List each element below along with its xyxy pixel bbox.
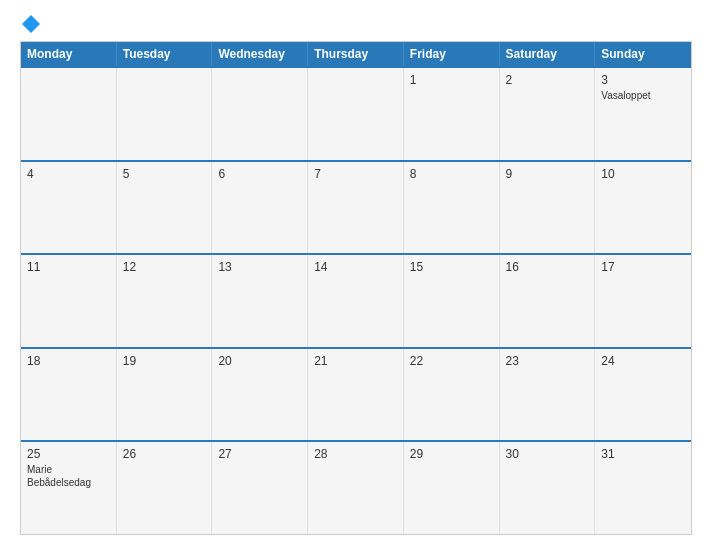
day-number: 11 [27, 260, 110, 274]
calendar-cell: 3Vasaloppet [595, 68, 691, 160]
calendar-cell: 6 [212, 162, 308, 254]
calendar-cell: 1 [404, 68, 500, 160]
day-number: 18 [27, 354, 110, 368]
calendar-cell: 27 [212, 442, 308, 534]
calendar-cell: 22 [404, 349, 500, 441]
header-day-thursday: Thursday [308, 42, 404, 66]
calendar-cell: 28 [308, 442, 404, 534]
day-number: 5 [123, 167, 206, 181]
calendar-cell: 20 [212, 349, 308, 441]
header-day-tuesday: Tuesday [117, 42, 213, 66]
day-number: 20 [218, 354, 301, 368]
calendar-header: MondayTuesdayWednesdayThursdayFridaySatu… [21, 42, 691, 66]
day-number: 9 [506, 167, 589, 181]
calendar-cell: 7 [308, 162, 404, 254]
calendar-cell: 26 [117, 442, 213, 534]
logo [20, 15, 41, 33]
calendar-cell [21, 68, 117, 160]
day-number: 17 [601, 260, 685, 274]
day-number: 4 [27, 167, 110, 181]
header-day-wednesday: Wednesday [212, 42, 308, 66]
day-number: 30 [506, 447, 589, 461]
day-number: 16 [506, 260, 589, 274]
day-number: 7 [314, 167, 397, 181]
calendar-cell: 17 [595, 255, 691, 347]
calendar-cell: 11 [21, 255, 117, 347]
day-number: 13 [218, 260, 301, 274]
calendar-row-0: 123Vasaloppet [21, 66, 691, 160]
calendar-row-1: 45678910 [21, 160, 691, 254]
logo-diamond-icon [22, 15, 40, 33]
day-number: 14 [314, 260, 397, 274]
day-number: 26 [123, 447, 206, 461]
calendar-cell: 8 [404, 162, 500, 254]
day-number: 2 [506, 73, 589, 87]
calendar-cell: 21 [308, 349, 404, 441]
page: MondayTuesdayWednesdayThursdayFridaySatu… [0, 0, 712, 550]
calendar-cell: 18 [21, 349, 117, 441]
calendar-row-3: 18192021222324 [21, 347, 691, 441]
header-day-saturday: Saturday [500, 42, 596, 66]
calendar-cell: 13 [212, 255, 308, 347]
calendar-cell: 12 [117, 255, 213, 347]
calendar-cell: 30 [500, 442, 596, 534]
calendar-cell: 29 [404, 442, 500, 534]
calendar-cell: 10 [595, 162, 691, 254]
calendar-cell: 15 [404, 255, 500, 347]
event-label: Vasaloppet [601, 89, 685, 102]
calendar-cell: 5 [117, 162, 213, 254]
calendar-cell: 2 [500, 68, 596, 160]
day-number: 6 [218, 167, 301, 181]
header [20, 15, 692, 33]
day-number: 21 [314, 354, 397, 368]
day-number: 1 [410, 73, 493, 87]
calendar-row-4: 25Marie Bebådelsedag262728293031 [21, 440, 691, 534]
day-number: 10 [601, 167, 685, 181]
calendar-cell: 25Marie Bebådelsedag [21, 442, 117, 534]
calendar-cell: 24 [595, 349, 691, 441]
day-number: 15 [410, 260, 493, 274]
day-number: 29 [410, 447, 493, 461]
calendar-cell: 16 [500, 255, 596, 347]
calendar-cell: 23 [500, 349, 596, 441]
day-number: 23 [506, 354, 589, 368]
day-number: 19 [123, 354, 206, 368]
day-number: 22 [410, 354, 493, 368]
day-number: 8 [410, 167, 493, 181]
calendar: MondayTuesdayWednesdayThursdayFridaySatu… [20, 41, 692, 535]
header-day-monday: Monday [21, 42, 117, 66]
day-number: 28 [314, 447, 397, 461]
day-number: 31 [601, 447, 685, 461]
calendar-cell: 19 [117, 349, 213, 441]
header-day-sunday: Sunday [595, 42, 691, 66]
calendar-cell [308, 68, 404, 160]
calendar-cell: 14 [308, 255, 404, 347]
day-number: 27 [218, 447, 301, 461]
calendar-cell [212, 68, 308, 160]
calendar-cell [117, 68, 213, 160]
calendar-body: 123Vasaloppet456789101112131415161718192… [21, 66, 691, 534]
day-number: 12 [123, 260, 206, 274]
header-day-friday: Friday [404, 42, 500, 66]
calendar-cell: 4 [21, 162, 117, 254]
day-number: 24 [601, 354, 685, 368]
day-number: 25 [27, 447, 110, 461]
calendar-cell: 9 [500, 162, 596, 254]
day-number: 3 [601, 73, 685, 87]
calendar-row-2: 11121314151617 [21, 253, 691, 347]
calendar-cell: 31 [595, 442, 691, 534]
event-label: Marie Bebådelsedag [27, 463, 110, 489]
